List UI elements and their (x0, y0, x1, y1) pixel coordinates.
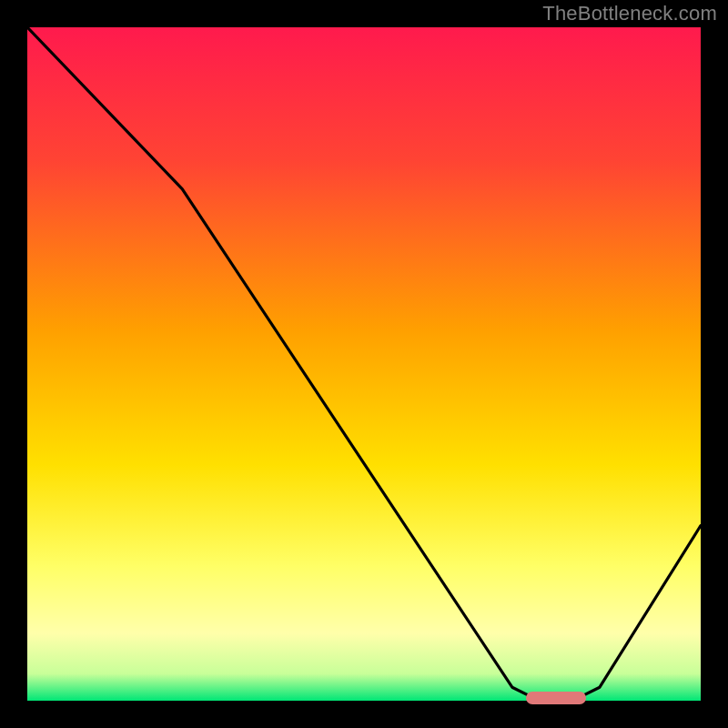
plot-area (27, 27, 701, 701)
chart-svg (27, 27, 701, 701)
attribution-label: TheBottleneck.com (542, 2, 717, 25)
optimal-marker (526, 692, 587, 704)
chart-container: TheBottleneck.com (0, 0, 728, 728)
gradient-background (27, 27, 701, 701)
